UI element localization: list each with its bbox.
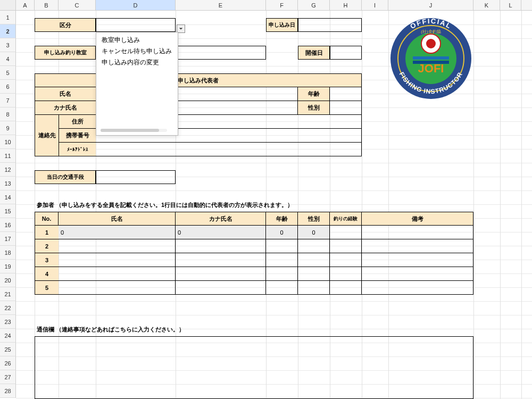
col-header-H[interactable]: H [330,0,362,10]
row-header-6[interactable]: 6 [0,80,16,94]
participant-cell-seibetsu[interactable] [298,267,330,281]
input-seibetsu[interactable] [330,101,362,115]
participant-cell-biko[interactable] [362,239,473,253]
participant-cell-seibetsu[interactable] [298,239,330,253]
logo-center-text: JOFI [418,62,444,75]
row-header-15[interactable]: 15 [0,204,16,218]
participant-cell-nenrei[interactable]: 0 [266,226,298,239]
row-header-10[interactable]: 10 [0,135,16,149]
row-header-27[interactable]: 27 [0,370,16,384]
dropdown-option[interactable]: キャンセル待ち申し込み [96,46,178,57]
col-header-K[interactable]: K [473,0,500,10]
participant-cell-nenrei[interactable] [266,239,298,253]
input-kaisaibi[interactable] [330,46,362,60]
participant-cell-nenrei[interactable] [266,267,298,281]
participant-no: 3 [35,253,59,267]
svg-text:(社)全釣協: (社)全釣協 [421,29,440,34]
col-header-I[interactable]: I [362,0,388,10]
input-nenrei[interactable] [330,87,362,101]
col-header-L[interactable]: L [500,0,521,10]
row-header-4[interactable]: 4 [0,52,16,66]
col-header-D[interactable]: D [96,0,176,10]
participant-cell-nenrei[interactable] [266,281,298,295]
row-header-21[interactable]: 21 [0,287,16,301]
col-header-B[interactable]: B [35,0,59,10]
col-header-J[interactable]: J [388,0,473,10]
dropdown-option[interactable]: 教室申し込み [96,35,178,46]
row-header-25[interactable]: 25 [0,343,16,356]
dropdown-list[interactable]: 教室申し込み キャンセル待ち申し込み 申し込み内容の変更 [96,32,178,136]
participant-cell-shimei[interactable]: 0 [59,226,176,239]
participant-cell-shimei[interactable] [59,267,176,281]
participant-cell-shimei[interactable] [59,281,176,295]
input-kubun[interactable] [96,18,176,32]
label-mail: ﾒｰﾙｱﾄﾞﾚｽ [59,143,96,156]
row-header-9[interactable]: 9 [0,121,16,135]
row-header-17[interactable]: 17 [0,232,16,246]
row-header-19[interactable]: 19 [0,260,16,273]
participant-cell-seibetsu[interactable]: 0 [298,226,330,239]
label-kyoshitsu: 申し込み釣り教室 [35,46,96,60]
row-header-24[interactable]: 24 [0,329,16,343]
participant-cell-shimei[interactable] [59,253,176,267]
dropdown-scroll-thumb[interactable] [101,129,159,132]
dropdown-option[interactable]: 申し込み内容の変更 [96,57,178,68]
col-header-C[interactable]: C [59,0,96,10]
input-moshikomibi[interactable] [298,18,362,32]
row-header-7[interactable]: 7 [0,94,16,107]
row-header-3[interactable]: 3 [0,38,16,52]
row-header-11[interactable]: 11 [0,149,16,163]
participant-cell-shimei[interactable] [59,239,176,253]
participant-cell-kana[interactable]: 0 [176,226,266,239]
participant-cell-seibetsu[interactable] [298,253,330,267]
row-header-12[interactable]: 12 [0,163,16,177]
participant-cell-keiken[interactable] [330,281,362,295]
svg-rect-3 [413,56,449,60]
label-kubun: 区分 [35,18,96,32]
row-header-1[interactable]: 1 [0,11,16,24]
participant-cell-kana[interactable] [176,281,266,295]
participant-cell-keiken[interactable] [330,226,362,239]
col-header-A[interactable]: A [16,0,35,10]
th-shimei: 氏名 [59,212,176,226]
input-kotsu[interactable] [96,170,176,184]
col-header-G[interactable]: G [298,0,330,10]
row-header-14[interactable]: 14 [0,190,16,204]
row-header-16[interactable]: 16 [0,218,16,232]
participant-cell-kana[interactable] [176,253,266,267]
row-header-28[interactable]: 28 [0,384,16,398]
participant-cell-keiken[interactable] [330,253,362,267]
participant-cell-biko[interactable] [362,226,473,239]
participant-cell-kana[interactable] [176,267,266,281]
th-keiken: 釣りの経験 [330,212,362,226]
participant-cell-biko[interactable] [362,281,473,295]
input-mail[interactable] [96,143,362,156]
row-header-26[interactable]: 26 [0,356,16,370]
label-keitai: 携帯番号 [59,129,96,143]
participant-no: 4 [35,267,59,281]
th-biko: 備考 [362,212,473,226]
row-header-18[interactable]: 18 [0,246,16,260]
participant-cell-biko[interactable] [362,267,473,281]
column-headers: ABCDEFGHIJKL [0,0,532,11]
participant-cell-seibetsu[interactable] [298,281,330,295]
row-header-20[interactable]: 20 [0,273,16,287]
row-header-2[interactable]: 2 [0,24,16,38]
col-header-F[interactable]: F [266,0,298,10]
select-all-corner[interactable] [0,0,16,10]
row-header-5[interactable]: 5 [0,66,16,80]
participant-cell-biko[interactable] [362,253,473,267]
participant-cell-keiken[interactable] [330,239,362,253]
participant-cell-nenrei[interactable] [266,253,298,267]
row-header-22[interactable]: 22 [0,301,16,315]
input-tsushin[interactable] [35,336,473,399]
sheet-canvas[interactable]: 区分 申し込み日 申し込み釣り教室 開催日 申し込み代表者 氏名 年齢 カナ氏名… [16,11,532,399]
participant-cell-kana[interactable] [176,239,266,253]
row-header-13[interactable]: 13 [0,177,16,190]
participant-cell-keiken[interactable] [330,267,362,281]
col-header-E[interactable]: E [176,0,266,10]
row-header-23[interactable]: 23 [0,315,16,329]
jofi-logo: JOFI OFFICIAL FISHING INSTRUCTOR (社)全釣協 [388,16,473,102]
row-header-8[interactable]: 8 [0,107,16,121]
label-sankasha: 参加者 （申し込みをする全員を記載ください。1行目には自動的に代表者の方が表示さ… [35,198,460,212]
